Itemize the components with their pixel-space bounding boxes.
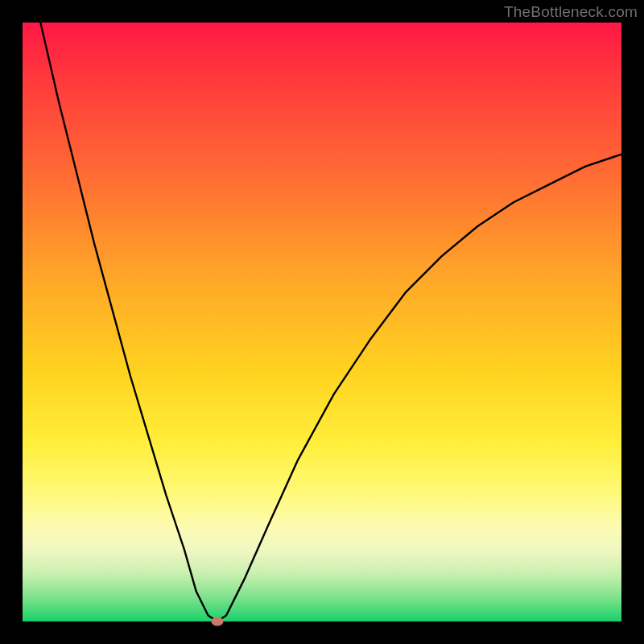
bottleneck-curve: [23, 23, 621, 621]
chart-plot-area: [23, 23, 621, 621]
chart-frame: TheBottleneck.com: [0, 0, 644, 644]
optimal-point-marker: [211, 617, 223, 626]
watermark-text: TheBottleneck.com: [504, 3, 638, 21]
